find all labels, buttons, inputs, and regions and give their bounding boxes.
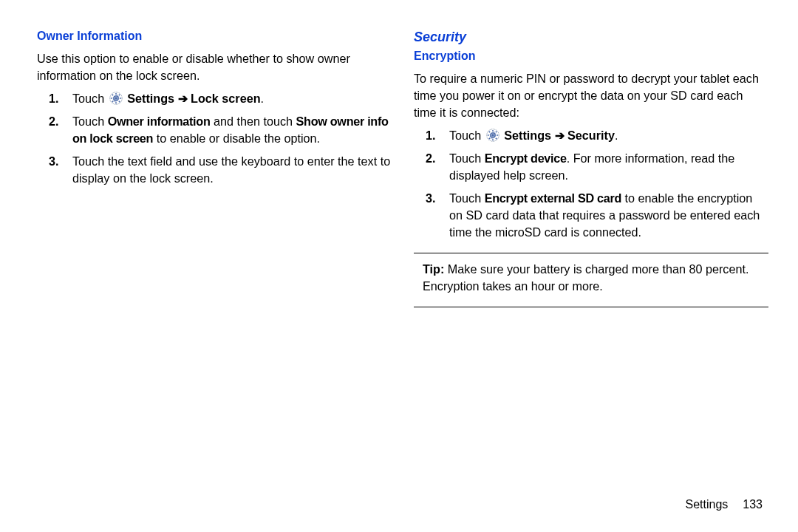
page-footer: Settings133 — [685, 498, 763, 511]
section-security: Security — [414, 30, 768, 45]
owner-step-1: Touch SettingsLock screen. — [72, 90, 392, 107]
encryption-intro: To require a numeric PIN or password to … — [414, 70, 768, 121]
divider — [414, 307, 768, 307]
settings-gear-icon — [109, 92, 123, 105]
page-body: Owner Information Use this option to ena… — [0, 0, 798, 315]
heading-owner-info: Owner Information — [37, 30, 392, 43]
left-column: Owner Information Use this option to ena… — [37, 30, 392, 315]
enc-step-3: Touch Encrypt external SD card to enable… — [449, 190, 768, 241]
enc-step-2: Touch Encrypt device. For more informati… — [449, 150, 768, 184]
heading-encryption: Encryption — [414, 50, 768, 63]
settings-gear-icon — [486, 129, 499, 142]
tip: Tip: Make sure your battery is charged m… — [414, 261, 768, 295]
right-column: Security Encryption To require a numeric… — [414, 30, 768, 315]
divider — [414, 253, 768, 253]
owner-intro: Use this option to enable or disable whe… — [37, 50, 392, 84]
owner-steps: Touch SettingsLock screen. Touch Owner i… — [37, 90, 392, 187]
footer-page-number: 133 — [743, 498, 763, 511]
encryption-steps: Touch SettingsSecurity. Touch Encrypt de… — [414, 127, 768, 241]
owner-step-2: Touch Owner information and then touch S… — [72, 113, 392, 147]
enc-step-1: Touch SettingsSecurity. — [449, 127, 768, 144]
owner-step-3: Touch the text field and use the keyboar… — [72, 153, 392, 187]
footer-section: Settings — [685, 498, 728, 511]
